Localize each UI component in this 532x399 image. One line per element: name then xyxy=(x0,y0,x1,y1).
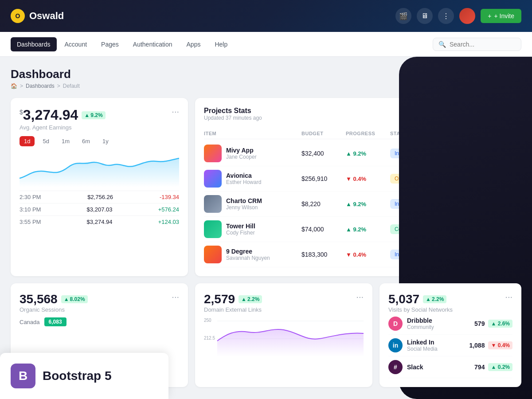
dribbble-stats: 579 ▲ 2.6% xyxy=(474,320,512,328)
budget-3: $8,220 xyxy=(301,200,346,207)
time-2: 3:10 PM xyxy=(20,206,41,213)
amount-1: $2,756.26 xyxy=(87,194,113,200)
project-name-area-3: Charto CRM Jenny Wilson xyxy=(226,197,262,211)
breadcrumb-default: Default xyxy=(63,83,80,89)
avatar[interactable] xyxy=(459,8,475,24)
project-thumb-5 xyxy=(204,246,222,263)
project-thumb-3 xyxy=(204,195,222,213)
nav-item-help[interactable]: Help xyxy=(208,37,234,51)
earnings-chart xyxy=(20,152,179,187)
earnings-value-area: $3,274.94 ▲ 9.2% Avg. Agent Earnings xyxy=(20,107,106,131)
dribbble-name: Dribbble xyxy=(407,317,434,324)
social-item-linkedin: in Linked In Social Media 1,088 ▼ 0.4% xyxy=(388,335,512,356)
project-name-2: Avionica xyxy=(226,172,261,179)
dribbble-type: Community xyxy=(407,324,434,330)
search-input[interactable] xyxy=(450,41,516,48)
page-title: Dashboard xyxy=(11,67,80,81)
slack-icon: # xyxy=(388,360,403,374)
change-1: -139.34 xyxy=(160,194,179,200)
breadcrumb: 🏠 > Dashboards > Default xyxy=(11,83,80,89)
data-row-2: 3:10 PM $3,207.03 +576.24 xyxy=(20,203,179,215)
linkedin-info: Linked In Social Media xyxy=(407,339,438,352)
budget-2: $256,910 xyxy=(301,175,346,182)
domain-more-icon[interactable]: ··· xyxy=(356,292,364,301)
nav-item-pages[interactable]: Pages xyxy=(95,37,125,51)
dribbble-badge: ▲ 2.6% xyxy=(488,320,512,328)
top-header: O Oswald 🎬 🖥 ⋮ + + Invite xyxy=(0,0,532,32)
social-item-slack: # Slack 794 ▲ 0.2% xyxy=(388,356,512,378)
slack-value: 794 xyxy=(474,364,485,371)
earnings-value: $3,274.94 xyxy=(20,107,78,123)
time-filter-5d[interactable]: 5d xyxy=(38,136,53,146)
budget-5: $183,300 xyxy=(301,251,346,258)
project-thumb-4 xyxy=(204,220,222,238)
slack-name: Slack xyxy=(407,364,423,371)
time-filter-1d[interactable]: 1d xyxy=(20,136,35,146)
page-title-area: Dashboard 🏠 > Dashboards > Default xyxy=(11,67,80,89)
nav-item-account[interactable]: Account xyxy=(59,37,94,51)
project-owner-1: Jane Cooper xyxy=(226,154,257,160)
project-name-area-2: Avionica Esther Howard xyxy=(226,172,261,185)
social-more-icon[interactable]: ··· xyxy=(505,292,512,301)
project-owner-4: Cody Fisher xyxy=(226,230,255,236)
social-left-linkedin: in Linked In Social Media xyxy=(388,338,438,352)
project-info-2: Avionica Esther Howard xyxy=(204,170,301,188)
change-2: +576.24 xyxy=(158,206,179,213)
share-icon-btn[interactable]: ⋮ xyxy=(438,8,454,24)
linkedin-type: Social Media xyxy=(407,346,438,352)
data-rows: 2:30 PM $2,756.26 -139.34 3:10 PM $3,207… xyxy=(20,191,179,228)
time-filter-1y[interactable]: 1y xyxy=(98,136,113,146)
organic-label: Organic Sessions xyxy=(20,306,88,313)
project-name-4: Tower Hill xyxy=(226,223,255,230)
domain-value: 2,579 xyxy=(204,292,235,306)
canada-label: Canada xyxy=(20,319,40,325)
nav-item-authentication[interactable]: Authentication xyxy=(127,37,179,51)
projects-title-area: Projects Stats Updated 37 minutes ago xyxy=(204,107,262,121)
linkedin-stats: 1,088 ▼ 0.4% xyxy=(469,341,512,349)
change-3: +124.03 xyxy=(158,219,179,225)
nav-bar: Dashboards Account Pages Authentication … xyxy=(0,32,532,57)
svg-text:212.5: 212.5 xyxy=(204,336,215,340)
more-dots-icon[interactable]: ··· xyxy=(172,107,179,116)
project-thumb-1 xyxy=(204,145,222,162)
nav-item-apps[interactable]: Apps xyxy=(180,37,207,51)
project-info-5: 9 Degree Savannah Nguyen xyxy=(204,246,301,263)
header-right: 🎬 🖥 ⋮ + + Invite xyxy=(395,8,521,24)
canada-value: 6,083 xyxy=(44,317,66,326)
currency-symbol: $ xyxy=(20,109,23,116)
organic-badge: ▲ 8.02% xyxy=(61,295,88,303)
social-badge: ▲ 2.2% xyxy=(423,295,446,303)
project-name-area-1: Mivy App Jane Cooper xyxy=(226,147,257,160)
domain-value-area: 2,579 ▲ 2.2% Domain External Links xyxy=(204,292,262,313)
svg-text:250: 250 xyxy=(204,318,211,323)
linkedin-value: 1,088 xyxy=(469,342,485,349)
nav-search: 🔍 xyxy=(433,38,521,51)
time-filters: 1d 5d 1m 6m 1y xyxy=(20,136,179,146)
col-budget: BUDGET xyxy=(301,131,346,136)
organic-value: 35,568 xyxy=(20,292,58,306)
time-1: 2:30 PM xyxy=(20,194,41,200)
time-filter-6m[interactable]: 6m xyxy=(78,136,94,146)
bootstrap-text: Bootstrap 5 xyxy=(43,369,112,383)
monitor-icon-btn[interactable]: 🖥 xyxy=(417,8,433,24)
social-label: Visits by Social Networks xyxy=(388,306,453,313)
project-info-1: Mivy App Jane Cooper xyxy=(204,145,301,162)
camera-icon-btn[interactable]: 🎬 xyxy=(395,8,411,24)
projects-title: Projects Stats xyxy=(204,107,262,115)
invite-button[interactable]: + + Invite xyxy=(481,9,521,23)
organic-more-icon[interactable]: ··· xyxy=(172,292,179,301)
breadcrumb-dashboards[interactable]: Dashboards xyxy=(26,83,55,89)
project-owner-3: Jenny Wilson xyxy=(226,204,262,211)
social-left-slack: # Slack xyxy=(388,360,423,374)
slack-info: Slack xyxy=(407,364,423,371)
social-value-area: 5,037 ▲ 2.2% Visits by Social Networks xyxy=(388,292,453,313)
linkedin-name: Linked In xyxy=(407,339,438,346)
invite-icon: + xyxy=(488,12,491,20)
time-filter-1m[interactable]: 1m xyxy=(57,136,74,146)
logo-icon: O xyxy=(11,9,25,23)
app-name: Oswald xyxy=(29,10,64,22)
social-left-dribbble: D Dribbble Community xyxy=(388,317,434,331)
project-name-area-5: 9 Degree Savannah Nguyen xyxy=(226,248,270,261)
bootstrap-overlay: B Bootstrap 5 xyxy=(0,353,168,399)
nav-item-dashboards[interactable]: Dashboards xyxy=(11,37,57,51)
